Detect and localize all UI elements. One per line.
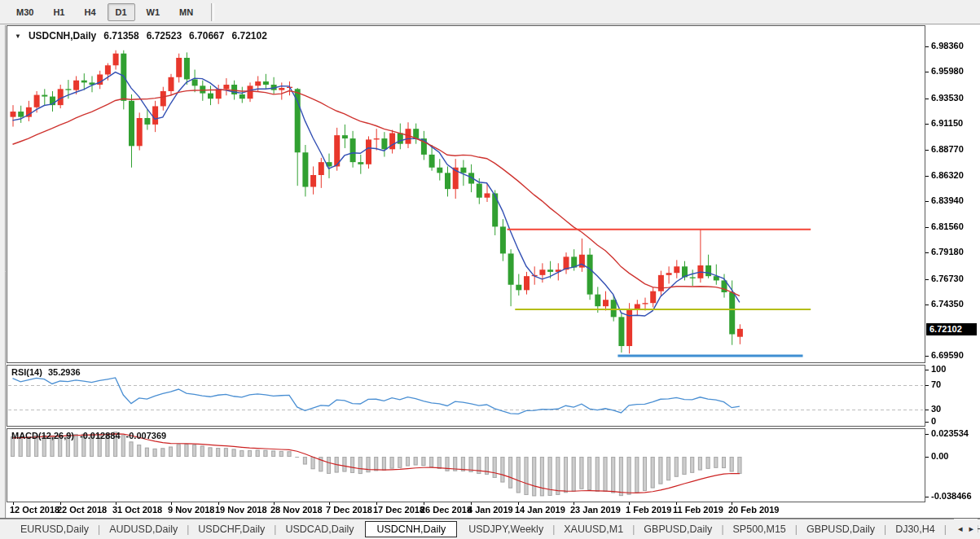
price-axis-label: 6.81560 xyxy=(931,221,964,231)
rsi-label: RSI(14) 35.2936 xyxy=(11,367,81,377)
macd-axis-label: 0.023534 xyxy=(931,428,969,438)
tab-usdchf-daily[interactable]: USDCHF,Daily xyxy=(189,521,274,537)
ohlc-high: 6.72523 xyxy=(147,30,182,42)
date-axis-label: 12 Oct 2018 xyxy=(10,505,59,515)
timeframe-toolbar: M30H1H4D1W1MN xyxy=(0,0,980,24)
price-axis-label: 6.91150 xyxy=(931,118,963,128)
price-axis-label: 6.76730 xyxy=(931,274,964,283)
price-axis-label: 6.98360 xyxy=(931,41,964,50)
rsi-axis-label: 0 xyxy=(931,416,936,426)
macd-label: MACD(12,26,9) -0.012884 -0.007369 xyxy=(11,431,166,440)
date-axis-label: 22 Oct 2018 xyxy=(57,505,107,515)
macd-main-value: -0.012884 xyxy=(80,431,121,440)
date-axis-label: 9 Nov 2018 xyxy=(168,505,214,515)
symbol-tabbar: EURUSD,Daily|AUDUSD,Daily|USDCHF,Daily|U… xyxy=(0,519,980,539)
rsi-axis-label: 30 xyxy=(931,404,941,414)
date-axis-label: 7 Dec 2018 xyxy=(326,505,372,515)
tab-sp500-m15[interactable]: SP500,M15 xyxy=(724,521,795,537)
tab-gbpusd-daily[interactable]: GBPUSD,Daily xyxy=(635,521,721,537)
price-axis-label: 6.69590 xyxy=(931,350,964,360)
timeframe-buttons: M30H1H4D1W1MN xyxy=(8,3,204,21)
price-axis-label: 6.83940 xyxy=(931,195,964,205)
date-axis-label: 23 Jan 2019 xyxy=(570,505,621,515)
date-axis-label: 31 Oct 2018 xyxy=(112,505,162,515)
tab-xauusd-m1[interactable]: XAUUSD,M1 xyxy=(555,521,632,537)
price-axis-label: 6.86320 xyxy=(931,170,964,180)
tab-usdjpy-weekly[interactable]: USDJPY,Weekly xyxy=(459,521,552,537)
price-axis-label: 6.88770 xyxy=(931,144,964,154)
date-axis-label: 28 Nov 2018 xyxy=(270,505,323,515)
tab-eurusd-daily[interactable]: EURUSD,Daily xyxy=(11,521,98,537)
timeframe-button-h1[interactable]: H1 xyxy=(45,3,73,21)
price-axis-label: 6.93530 xyxy=(931,93,964,103)
timeframe-button-w1[interactable]: W1 xyxy=(138,3,169,21)
date-axis-label: 14 Jan 2019 xyxy=(515,505,565,515)
tab-audusd-daily[interactable]: AUDUSD,Daily xyxy=(100,521,187,537)
price-axis-label: 6.74350 xyxy=(931,299,964,309)
rsi-name: RSI(14) xyxy=(11,367,42,377)
tab-usdcad-daily[interactable]: USDCAD,Daily xyxy=(276,521,363,537)
date-axis-label: 4 Jan 2019 xyxy=(468,505,513,515)
ohlc-open: 6.71358 xyxy=(103,30,138,42)
date-axis-label: 11 Feb 2019 xyxy=(673,505,723,515)
timeframe-button-mn[interactable]: MN xyxy=(171,3,201,21)
timeframe-button-h4[interactable]: H4 xyxy=(76,3,103,21)
ohlc-low: 6.70667 xyxy=(189,30,224,42)
rsi-axis-label: 70 xyxy=(931,379,941,389)
terminal-window: M30H1H4D1W1MN ▼ USDCNH,Daily 6.71358 6.7… xyxy=(0,0,980,539)
date-axis-label: 17 Dec 2018 xyxy=(373,505,424,515)
date-axis-label: 1 Feb 2019 xyxy=(626,505,671,515)
toolbar-separator xyxy=(211,3,214,21)
tab-gbpusd-daily[interactable]: GBPUSD,Daily xyxy=(798,521,884,537)
date-axis-label: 26 Dec 2018 xyxy=(420,505,472,515)
ohlc-close: 6.72102 xyxy=(231,30,266,42)
tab-usdcnh-daily[interactable]: USDCNH,Daily xyxy=(365,521,457,537)
timeframe-button-m30[interactable]: M30 xyxy=(8,3,42,21)
macd-axis-label: -0.038466 xyxy=(931,491,972,501)
date-axis-label: 20 Feb 2019 xyxy=(728,505,779,515)
scroll-left-icon[interactable]: ◂ xyxy=(958,524,963,534)
chart-header: ▼ USDCNH,Daily 6.71358 6.72523 6.70667 6… xyxy=(15,30,267,42)
rsi-value: 35.2936 xyxy=(48,367,81,377)
symbol-title: USDCNH,Daily xyxy=(29,30,96,42)
rsi-axis-label: 100 xyxy=(931,364,946,374)
tab-scroll-arrows: ◂ ▸ xyxy=(954,519,978,539)
macd-name: MACD(12,26,9) xyxy=(11,431,74,440)
chart-canvas[interactable] xyxy=(0,0,980,539)
timeframe-button-d1[interactable]: D1 xyxy=(108,3,135,21)
price-axis-label: 6.79180 xyxy=(931,247,964,256)
price-axis-label: 6.95980 xyxy=(931,66,964,76)
date-axis-label: 19 Nov 2018 xyxy=(215,505,267,515)
current-price-badge: 6.72102 xyxy=(926,323,977,335)
macd-signal-value: -0.007369 xyxy=(126,431,167,440)
macd-axis-label: 0.00 xyxy=(931,451,948,461)
chevron-down-icon[interactable]: ▼ xyxy=(15,33,21,40)
tab-dj30-h4[interactable]: DJ30,H4 xyxy=(886,521,944,537)
scroll-right-icon[interactable]: ▸ xyxy=(969,524,973,534)
